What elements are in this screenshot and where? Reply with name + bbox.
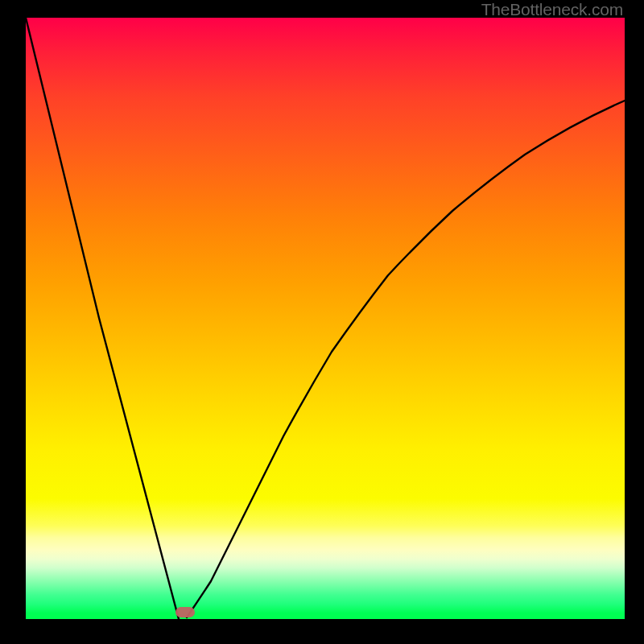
chart-frame: TheBottleneck.com xyxy=(0,0,644,644)
left-branch-path xyxy=(26,18,179,619)
watermark-text: TheBottleneck.com xyxy=(481,0,623,19)
dip-marker xyxy=(175,607,195,617)
plot-area xyxy=(26,18,625,619)
curve-svg xyxy=(26,18,625,619)
right-branch-path xyxy=(187,101,625,617)
